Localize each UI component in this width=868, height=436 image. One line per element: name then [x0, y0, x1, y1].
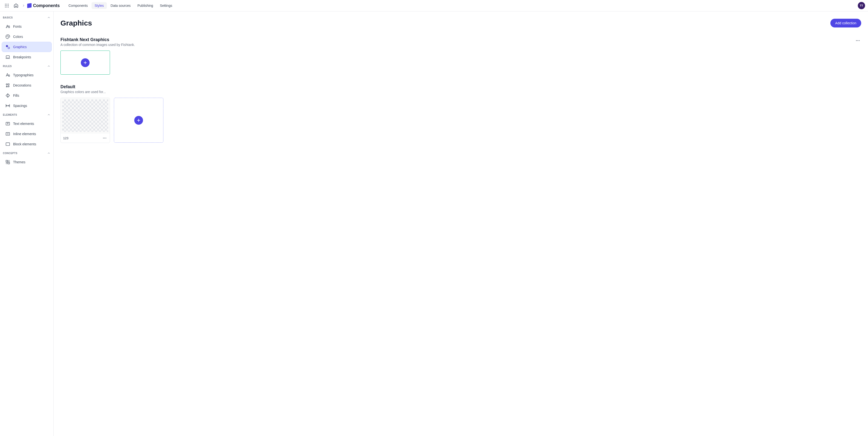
- graphic-more-button[interactable]: [102, 135, 107, 141]
- sidebar-section-title: ELEMENTS: [3, 114, 17, 116]
- transparent-checker: [62, 99, 108, 132]
- svg-point-3: [5, 5, 6, 6]
- add-collection-button[interactable]: Add collection: [830, 19, 861, 27]
- spacing-icon: [5, 103, 10, 108]
- sidebar-item-fills[interactable]: Fills: [2, 91, 52, 100]
- sidebar-item-decorations[interactable]: Decorations: [2, 81, 52, 90]
- avatar-initials: TT: [860, 4, 863, 7]
- svg-rect-16: [8, 84, 9, 85]
- sidebar-item-block-elements[interactable]: Block elements: [2, 139, 52, 149]
- sidebar-item-themes[interactable]: Themes: [2, 157, 52, 167]
- svg-point-31: [105, 138, 106, 139]
- svg-point-9: [6, 36, 7, 37]
- sidebar-item-label: Text elements: [13, 122, 34, 126]
- app-logo-block[interactable]: Components: [27, 3, 60, 8]
- svg-rect-14: [6, 56, 9, 58]
- palette-icon: [5, 34, 10, 39]
- svg-point-29: [103, 138, 104, 139]
- sidebar-item-label: Fonts: [13, 25, 22, 28]
- home-icon: [13, 3, 19, 8]
- page-header: Graphics Add collection: [60, 19, 861, 27]
- collection-description: A collection of common images used by Fi…: [60, 43, 135, 47]
- sidebar-item-inline-elements[interactable]: Inline elements: [2, 129, 52, 139]
- sidebar-item-label: Spacings: [13, 104, 27, 108]
- sidebar-item-typographies[interactable]: Typographies: [2, 70, 52, 80]
- sidebar-section-title: RULES: [3, 65, 12, 67]
- svg-point-2: [8, 4, 9, 5]
- sidebar-item-fonts[interactable]: Fonts: [2, 22, 52, 31]
- svg-rect-22: [6, 161, 8, 162]
- sidebar-section-rules[interactable]: RULES: [0, 62, 54, 70]
- topbar-left: Components: [3, 2, 60, 9]
- apps-button[interactable]: [3, 2, 11, 9]
- add-graphic-button[interactable]: [60, 51, 110, 75]
- more-horizontal-icon: [102, 136, 107, 140]
- sidebar-item-graphics[interactable]: Graphics: [2, 42, 52, 52]
- diamond-icon: [5, 93, 10, 98]
- apps-grid-icon: [5, 3, 9, 8]
- svg-point-15: [6, 84, 7, 85]
- collection-header: Default Graphics colors are used for...: [60, 84, 861, 94]
- topnav-components[interactable]: Components: [66, 2, 91, 9]
- sidebar-item-spacings[interactable]: Spacings: [2, 101, 52, 111]
- shapes-icon: [5, 83, 10, 88]
- topbar: Components Components Styles Data source…: [0, 0, 868, 11]
- graphic-card[interactable]: 123: [60, 98, 110, 143]
- collection-title: Default: [60, 84, 106, 89]
- topnav-data-sources[interactable]: Data sources: [108, 2, 133, 9]
- sidebar-section-concepts[interactable]: CONCEPTS: [0, 149, 54, 157]
- sidebar-item-text-elements[interactable]: Text elements: [2, 119, 52, 128]
- sidebar-item-label: Themes: [13, 160, 26, 164]
- app-logo-icon: [27, 3, 32, 8]
- svg-point-10: [7, 35, 8, 36]
- sidebar-item-label: Fills: [13, 93, 19, 97]
- app-name: Components: [33, 3, 60, 8]
- collection-more-button[interactable]: [855, 37, 861, 44]
- page-title: Graphics: [60, 19, 92, 27]
- sidebar-item-label: Colors: [13, 35, 23, 39]
- home-button[interactable]: [12, 2, 20, 9]
- sidebar-item-label: Inline elements: [13, 132, 36, 136]
- sidebar-item-label: Decorations: [13, 83, 31, 87]
- chevron-up-icon: [47, 64, 51, 68]
- top-nav: Components Styles Data sources Publishin…: [66, 2, 175, 9]
- collection: Fishtank Next Graphics A collection of c…: [60, 37, 861, 75]
- topnav-publishing[interactable]: Publishing: [134, 2, 156, 9]
- laptop-icon: [5, 55, 10, 60]
- svg-point-1: [6, 4, 7, 5]
- sidebar-item-breakpoints[interactable]: Breakpoints: [2, 52, 52, 62]
- topnav-styles[interactable]: Styles: [92, 2, 106, 9]
- svg-point-17: [8, 86, 9, 87]
- chevron-up-icon: [47, 16, 51, 19]
- plus-circle-icon: [134, 116, 143, 125]
- svg-rect-21: [6, 143, 10, 146]
- sidebar-section-basics[interactable]: BASICS: [0, 14, 54, 21]
- chevron-up-icon: [47, 151, 51, 155]
- graphic-name: 123: [63, 136, 68, 140]
- svg-point-13: [8, 47, 10, 49]
- sidebar: BASICS Fonts Colors Graphics Breakpoints…: [0, 11, 54, 436]
- layout: BASICS Fonts Colors Graphics Breakpoints…: [0, 11, 868, 436]
- svg-point-26: [856, 40, 857, 41]
- breadcrumb-separator: [21, 4, 26, 7]
- collection-description: Graphics colors are used for...: [60, 90, 106, 94]
- topnav-settings[interactable]: Settings: [157, 2, 175, 9]
- collection-items: [60, 51, 861, 75]
- collection-items: 123: [60, 98, 861, 143]
- collection: Default Graphics colors are used for... …: [60, 84, 861, 143]
- svg-point-27: [857, 40, 858, 41]
- inline-box-icon: [5, 132, 10, 136]
- add-graphic-button[interactable]: [114, 98, 163, 143]
- sidebar-item-colors[interactable]: Colors: [2, 32, 52, 41]
- user-avatar[interactable]: TT: [858, 2, 865, 9]
- main-content: Graphics Add collection Fishtank Next Gr…: [54, 11, 868, 436]
- plus-circle-icon: [81, 58, 90, 67]
- themes-icon: [5, 160, 10, 165]
- collection-title: Fishtank Next Graphics: [60, 37, 135, 42]
- svg-point-0: [5, 4, 6, 5]
- text-box-icon: [5, 121, 10, 126]
- svg-point-4: [6, 5, 7, 6]
- sidebar-section-elements[interactable]: ELEMENTS: [0, 111, 54, 118]
- svg-rect-25: [8, 162, 10, 164]
- sidebar-item-label: Breakpoints: [13, 55, 31, 59]
